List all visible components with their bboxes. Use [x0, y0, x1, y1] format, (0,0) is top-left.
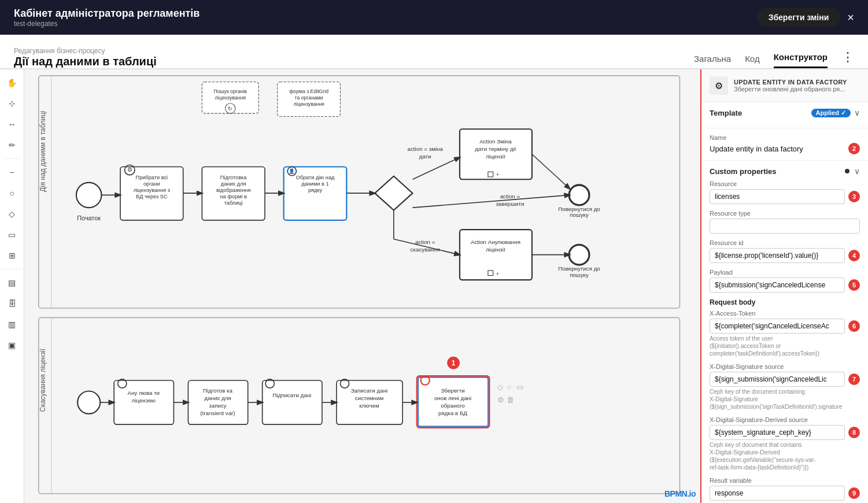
app-title: Кабінет адміністратора регламентів — [14, 8, 200, 20]
grid-icon[interactable]: ⊞ — [3, 247, 21, 264]
layer-icon[interactable]: ▥ — [3, 316, 21, 333]
resource-id-input[interactable] — [710, 248, 845, 263]
svg-text:даних для: даних для — [204, 395, 231, 401]
db-icon[interactable]: 🗄 — [3, 295, 21, 312]
panel-body: Template Applied ✓ ∨ Name Update entity … — [701, 102, 868, 503]
main-area: ✋ ⊹ ↔ ✏ − ○ ◇ ▭ ⊞ ▤ 🗄 ▥ ▣ Дія над даними… — [0, 69, 868, 503]
tab-constructor[interactable]: Конструктор — [774, 52, 828, 68]
svg-text:Дія над даними в таблиці: Дія над даними в таблиці — [39, 111, 47, 192]
diamond-icon[interactable]: ◇ — [3, 205, 21, 223]
svg-text:action = зміна: action = зміна — [408, 146, 444, 152]
template-badge[interactable]: Applied ✓ — [811, 109, 851, 117]
template-controls: Applied ✓ ∨ — [811, 108, 860, 117]
header-right: Зберегти зміни × — [757, 8, 854, 27]
custom-props-controls: ∨ — [845, 167, 860, 176]
doc-icon[interactable]: ▤ — [3, 274, 21, 291]
svg-rect-69 — [51, 317, 51, 493]
svg-text:Повернутися до: Повернутися до — [558, 265, 600, 272]
svg-text:⚙: ⚙ — [127, 167, 132, 173]
svg-text:запису: запису — [209, 402, 227, 409]
left-toolbar: ✋ ⊹ ↔ ✏ − ○ ◇ ▭ ⊞ ▤ 🗄 ▥ ▣ — [0, 69, 24, 503]
x-access-token-field-with-badge: 6 — [710, 319, 860, 334]
bpmn-canvas[interactable]: Дія над даними в таблиці Початок Прибрат… — [24, 69, 700, 503]
select-tool-icon[interactable]: ⊹ — [3, 95, 21, 112]
hand-tool-icon[interactable]: ✋ — [3, 74, 21, 91]
panel-header-title: UPDATE ENTITY IN DATA FACTORY — [734, 79, 847, 86]
svg-rect-2 — [51, 76, 51, 308]
custom-props-header: Custom properties ∨ — [710, 167, 860, 176]
svg-point-70 — [77, 391, 100, 414]
close-button[interactable]: × — [847, 11, 854, 24]
svg-text:обраного: обраного — [441, 402, 465, 409]
svg-text:1: 1 — [452, 359, 456, 367]
svg-text:○: ○ — [507, 383, 512, 391]
payload-badge: 5 — [848, 279, 860, 291]
resource-id-field-with-badge: 4 — [710, 248, 860, 263]
app-subtitle: test-delegates — [14, 20, 200, 28]
svg-text:пошуку: пошуку — [570, 212, 589, 218]
svg-text:Початок: Початок — [77, 214, 101, 221]
svg-rect-52 — [488, 271, 493, 276]
panel-header-text: UPDATE ENTITY IN DATA FACTORY Зберегти о… — [734, 79, 847, 93]
svg-text:рядка в БД: рядка в БД — [438, 410, 467, 416]
box-icon[interactable]: ▣ — [3, 336, 21, 354]
result-variable-input[interactable] — [710, 486, 845, 501]
template-chevron[interactable]: ∨ — [854, 108, 860, 117]
toolbar-divider-1 — [2, 158, 21, 159]
svg-text:ліцензування: ліцензування — [215, 95, 246, 101]
save-button[interactable]: Зберегти зміни — [757, 8, 841, 27]
svg-text:Обрати дію над: Обрати дію над — [296, 175, 335, 180]
resource-input[interactable] — [710, 189, 845, 204]
bpmn-logo: BPMN.io — [664, 489, 696, 498]
payload-field-with-badge: 5 — [710, 278, 860, 293]
x-digital-derived-field-group: X-Digital-Signature-Derived source 8 Cep… — [710, 416, 860, 471]
breadcrumb-label: Редагування бізнес-процесу — [14, 47, 157, 55]
svg-text:онов лені дані: онов лені дані — [434, 395, 471, 401]
svg-text:завершити: завершити — [496, 201, 524, 207]
resource-id-badge: 4 — [848, 250, 860, 261]
svg-text:action =: action = — [415, 239, 435, 245]
custom-props-chevron[interactable]: ∨ — [854, 167, 860, 176]
connect-tool-icon[interactable]: ↔ — [3, 116, 21, 133]
name-section: Name Update entity in data factory 2 — [701, 128, 868, 161]
x-digital-derived-input[interactable] — [710, 425, 845, 440]
svg-text:ключем: ключем — [359, 402, 379, 409]
resource-field-group: Resource 3 — [710, 180, 860, 204]
svg-line-63 — [412, 195, 570, 208]
circle-icon[interactable]: ○ — [3, 184, 21, 202]
edit-tool-icon[interactable]: ✏ — [3, 136, 21, 154]
svg-marker-33 — [375, 176, 412, 210]
svg-text:(transient var): (transient var) — [200, 410, 235, 416]
tab-code[interactable]: Код — [745, 54, 760, 68]
x-digital-sig-field-with-badge: 7 — [710, 372, 860, 387]
svg-text:даних для: даних для — [221, 181, 246, 187]
svg-point-42 — [569, 185, 589, 205]
tab-general[interactable]: Загальна — [694, 54, 731, 68]
canvas-area: ✋ ⊹ ↔ ✏ − ○ ◇ ▭ ⊞ ▤ 🗄 ▥ ▣ Дія над даними… — [0, 69, 700, 503]
x-access-token-input[interactable] — [710, 319, 845, 334]
resource-id-label: Resource id — [710, 239, 860, 246]
x-digital-sig-input[interactable] — [710, 372, 845, 387]
svg-text:↻: ↻ — [228, 106, 232, 112]
resource-type-input[interactable] — [710, 219, 860, 234]
svg-text:Action Анулювання: Action Анулювання — [471, 239, 520, 245]
result-variable-badge: 9 — [848, 487, 860, 499]
x-digital-derived-label: X-Digital-Signature-Derived source — [710, 416, 860, 423]
rect-icon[interactable]: ▭ — [3, 226, 21, 243]
svg-text:системним: системним — [355, 395, 384, 401]
custom-props-title: Custom properties — [710, 167, 777, 176]
payload-input[interactable] — [710, 278, 845, 293]
svg-text:ліцензею: ліцензею — [132, 397, 156, 404]
tab-menu-icon[interactable]: ⋮ — [841, 50, 854, 68]
svg-text:◇: ◇ — [497, 383, 503, 391]
svg-point-54 — [569, 245, 589, 265]
breadcrumb-bar: Редагування бізнес-процесу Дії над даним… — [0, 35, 868, 69]
svg-text:Прибрати всі: Прибрати всі — [136, 175, 168, 180]
svg-text:Підготовка: Підготовка — [220, 175, 248, 180]
x-digital-sig-badge: 7 — [848, 373, 860, 385]
minus-tool-icon[interactable]: − — [3, 164, 21, 181]
resource-type-label: Resource type — [710, 210, 860, 217]
svg-point-3 — [76, 183, 101, 208]
svg-text:Скасування ліцензії: Скасування ліцензії — [39, 348, 47, 412]
svg-text:таблиці: таблиці — [224, 200, 243, 206]
